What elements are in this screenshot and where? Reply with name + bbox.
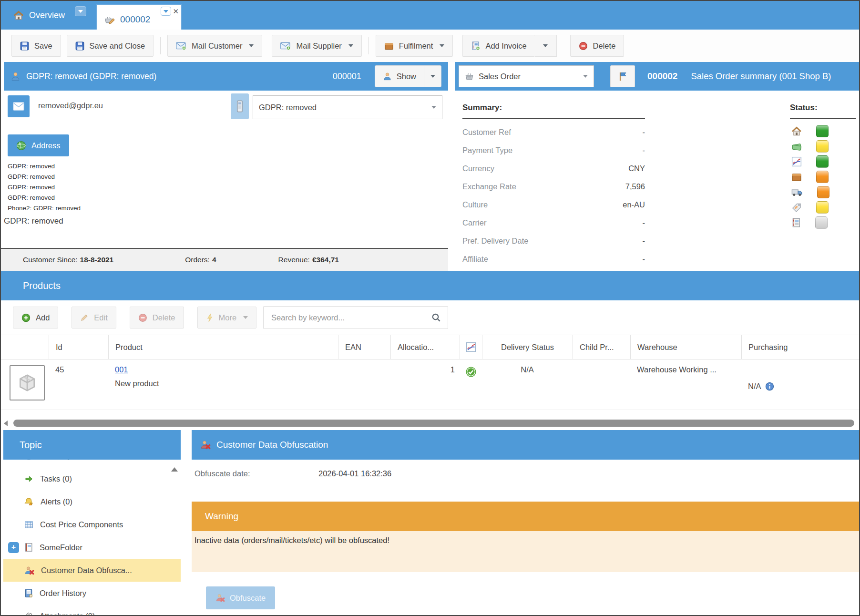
chevron-down-icon	[543, 44, 548, 47]
add-invoice-button[interactable]: Add Invoice	[462, 35, 534, 57]
customer-note: GDPR: removed	[4, 216, 63, 226]
address-line: GDPR: removed	[8, 182, 81, 193]
summary-value: -	[643, 146, 645, 155]
save-button[interactable]: Save	[11, 35, 61, 57]
tab-overview[interactable]: Overview	[5, 1, 73, 30]
topic-item-somefolder[interactable]: + SomeFolder	[3, 536, 181, 559]
column-allocation[interactable]: Allocatio...	[390, 335, 460, 359]
column-purchasing[interactable]: Purchasing	[741, 335, 859, 359]
tab-order-dropdown[interactable]	[161, 7, 171, 16]
scroll-up-arrow[interactable]	[171, 467, 178, 472]
revenue-label: Revenue:	[278, 256, 310, 264]
order-type-select[interactable]: Sales Order	[459, 65, 594, 87]
chevron-down-icon	[348, 44, 353, 47]
summary-label: Pref. Delivery Date	[462, 236, 643, 246]
topic-item-attachments[interactable]: Attachments (0)	[3, 605, 181, 616]
summary-row: Exchange Rate7,596	[462, 182, 645, 191]
revenue-value: €364,71	[312, 256, 339, 264]
expand-plus-icon[interactable]: +	[8, 542, 19, 553]
scroll-left-arrow[interactable]	[4, 421, 8, 426]
product-link[interactable]: 001	[115, 365, 128, 374]
tab-order[interactable]: 000002 ✕	[96, 4, 182, 30]
product-add-button[interactable]: Add	[13, 307, 58, 329]
horizontal-scrollbar[interactable]	[13, 420, 854, 427]
save-and-close-button[interactable]: Save and Close	[67, 35, 154, 57]
customer-email[interactable]: removed@gdpr.eu	[38, 101, 103, 110]
topic-item-order-history[interactable]: Order History	[3, 582, 181, 605]
phone-icon	[236, 100, 243, 113]
product-edit-button[interactable]: Edit	[72, 307, 116, 329]
save-and-close-label: Save and Close	[90, 41, 145, 51]
minus-circle-icon	[138, 313, 147, 322]
obfuscate-button-label: Obfuscate	[230, 594, 266, 603]
summary-label: Payment Type	[462, 146, 643, 155]
person-delete-icon	[215, 594, 225, 602]
product-warehouse: Warehouse Working ...	[630, 359, 741, 410]
topic-item-label: Order Synchronization	[40, 460, 118, 461]
topic-item-label: Cost Price Components	[40, 520, 123, 529]
product-add-label: Add	[36, 313, 50, 322]
column-stock-chart[interactable]	[460, 335, 482, 359]
chevron-down-icon	[440, 44, 444, 47]
product-more-button[interactable]: More	[197, 307, 257, 329]
phone-select[interactable]: GDPR: removed	[253, 95, 442, 119]
add-invoice-dropdown[interactable]	[535, 35, 557, 57]
topic-item-clipped[interactable]: Order Synchronization	[3, 460, 181, 467]
status-title: Status:	[790, 103, 818, 113]
obfuscate-button[interactable]: Obfuscate	[206, 586, 275, 609]
topic-item-cost-price-components[interactable]: Cost Price Components	[3, 513, 181, 536]
column-product[interactable]: Product	[108, 335, 338, 359]
product-thumbnail[interactable]	[10, 365, 45, 400]
show-label: Show	[397, 72, 416, 81]
column-id[interactable]: Id	[49, 335, 108, 359]
customer-number: 000001	[333, 72, 361, 82]
address-line: GDPR: removed	[8, 193, 81, 203]
summary-title: Summary:	[462, 103, 502, 113]
save-label: Save	[34, 41, 52, 51]
email-button[interactable]	[8, 95, 30, 117]
product-search-input[interactable]	[270, 313, 431, 323]
status-row	[791, 186, 829, 198]
topic-panel-header: Topic	[3, 430, 181, 460]
column-delivery-status[interactable]: Delivery Status	[482, 335, 573, 359]
product-row[interactable]: 45 001 New product 1 N/A Warehouse Worki…	[1, 359, 859, 410]
status-indicator	[816, 140, 829, 153]
topic-item-alerts[interactable]: Alerts (0)	[3, 490, 181, 513]
save-icon	[75, 41, 84, 51]
summary-label: Carrier	[462, 218, 643, 227]
product-delete-button[interactable]: Delete	[130, 307, 184, 329]
mail-customer-button[interactable]: Mail Customer	[167, 35, 262, 57]
topic-item-label: Tasks (0)	[40, 474, 72, 483]
address-button[interactable]: Address	[8, 134, 69, 156]
column-warehouse[interactable]: Warehouse	[630, 335, 741, 359]
delete-button[interactable]: Delete	[570, 35, 625, 57]
product-purchasing: N/A	[748, 382, 761, 391]
show-customer-dropdown[interactable]	[424, 66, 441, 87]
tab-close-icon[interactable]: ✕	[173, 8, 179, 15]
minus-circle-icon	[579, 41, 588, 51]
phone-select-value: GDPR: removed	[259, 103, 317, 112]
flag-button[interactable]	[610, 65, 635, 87]
phone-button[interactable]	[231, 93, 249, 119]
status-indicator	[816, 155, 829, 168]
show-customer-button[interactable]: Show	[375, 65, 441, 87]
summary-row: Affiliate-	[462, 255, 645, 264]
mail-supplier-button[interactable]: Mail Supplier	[272, 35, 361, 57]
topic-item-customer-data-obfuscation[interactable]: Customer Data Obfusca...	[3, 559, 181, 582]
info-circle-icon[interactable]	[765, 382, 774, 391]
search-icon	[431, 313, 441, 322]
summary-value: -	[643, 128, 645, 137]
customer-header: GDPR: removed (GDPR: removed) 000001 Sho…	[4, 62, 448, 91]
orders-count-value: 4	[212, 256, 216, 264]
tab-overview-dropdown[interactable]	[75, 6, 86, 16]
topic-item-tasks[interactable]: Tasks (0)	[3, 467, 181, 490]
stock-chart-icon	[791, 156, 802, 167]
column-ean[interactable]: EAN	[338, 335, 390, 359]
column-child-products[interactable]: Child Pr...	[573, 335, 630, 359]
order-number: 000002	[647, 71, 677, 82]
product-delete-label: Delete	[153, 313, 175, 322]
fulfilment-button[interactable]: Fulfilment	[376, 35, 453, 57]
topic-panel: Topic Order Synchronization Tasks (0) Al…	[3, 430, 181, 616]
plus-circle-icon	[21, 313, 31, 322]
summary-value: 7,596	[625, 182, 645, 191]
